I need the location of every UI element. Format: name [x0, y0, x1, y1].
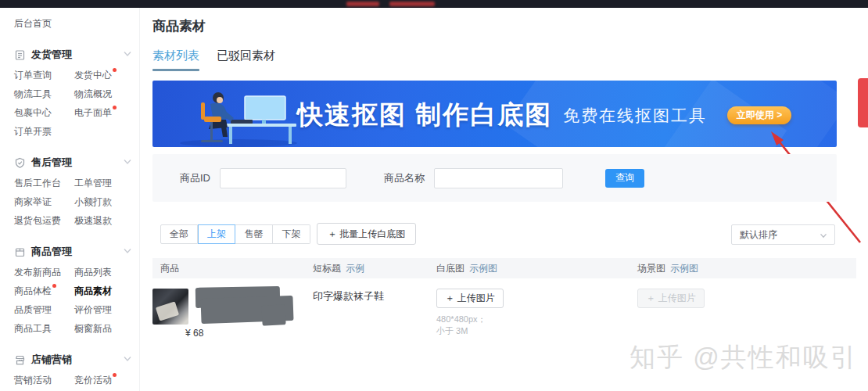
col-header-label: 商品	[160, 263, 179, 274]
product-name-label: 商品名称	[384, 171, 425, 185]
product-thumbnail[interactable]	[152, 289, 188, 325]
filter-sold-out[interactable]: 售罄	[235, 224, 273, 244]
chevron-down-icon[interactable]	[124, 159, 131, 165]
col-header-scene: 场景图示例图	[637, 258, 856, 278]
tab-bar: 素材列表 已驳回素材	[152, 48, 292, 71]
sidebar-item[interactable]: 订单查询	[14, 66, 74, 84]
filter-all[interactable]: 全部	[160, 224, 198, 244]
sort-dropdown[interactable]: 默认排序	[731, 224, 835, 245]
use-now-button[interactable]: 立即使用 >	[727, 106, 791, 124]
sidebar-item[interactable]: 电子面单	[74, 103, 135, 122]
promo-banner[interactable]: 快速抠图 制作白底图 免费在线抠图工具 立即使用 >	[152, 81, 837, 147]
sidebar-item[interactable]: 物流概况	[74, 84, 135, 103]
product-price: ¥ 68	[185, 328, 203, 339]
sidebar-section-title: 店铺营销	[31, 353, 72, 367]
clipped-red-text	[389, 2, 435, 6]
upload-hint-filesize: 小于 3M	[436, 325, 637, 337]
col-header-white-bg: 白底图示例图	[436, 258, 637, 278]
product-cell: ¥ 68	[152, 285, 313, 363]
col-header-label: 场景图	[637, 263, 665, 274]
sidebar-item[interactable]: 物流工具	[14, 84, 74, 103]
product-id-label: 商品ID	[180, 171, 210, 185]
sidebar-item[interactable]: 品质管理	[14, 300, 74, 319]
chevron-down-icon[interactable]	[124, 248, 131, 254]
sidebar-nav: 后台首页 发货管理 订单查询发货中心 物流工具物流概况 包裹中心电子面单 订单开…	[0, 8, 140, 391]
clipped-red-text	[346, 2, 379, 6]
query-button[interactable]: 查询	[605, 169, 644, 188]
sidebar-section-title: 商品管理	[31, 245, 72, 259]
upload-white-bg-button[interactable]: ＋ 上传图片	[436, 289, 504, 308]
sidebar-section-header[interactable]: 店铺营销	[14, 349, 131, 371]
search-panel: 商品ID 商品名称 查询	[152, 154, 837, 202]
sidebar-item[interactable]: 退货包运费	[14, 211, 74, 230]
example-image-link[interactable]: 示例图	[469, 263, 497, 274]
upload-hint-size: 480*480px；	[436, 314, 637, 325]
sidebar-item[interactable]: 营销活动	[14, 371, 74, 389]
notification-dot	[113, 106, 117, 109]
col-header-product: 商品	[152, 258, 313, 278]
upload-scene-button-disabled[interactable]: ＋ 上传图片	[637, 289, 705, 308]
tab-material-list[interactable]: 素材列表	[152, 48, 199, 71]
product-id-input[interactable]	[220, 168, 346, 188]
seller-admin-screen: 后台首页 发货管理 订单查询发货中心 物流工具物流概况 包裹中心电子面单 订单开…	[0, 0, 868, 391]
sidebar-item[interactable]: 商品体检	[14, 282, 74, 300]
sidebar-item[interactable]: 工单管理	[74, 174, 135, 192]
sort-selected-value: 默认排序	[740, 229, 777, 240]
table-header-row: 商品 短标题示例 白底图示例图 场景图示例图	[152, 258, 856, 278]
sidebar-item[interactable]: 极速退款	[74, 211, 135, 230]
sidebar-item[interactable]: 发布新商品	[14, 263, 74, 282]
tab-rejected-materials[interactable]: 已驳回素材	[217, 48, 275, 71]
sidebar-item[interactable]: 竞价活动	[74, 371, 135, 389]
white-bg-cell: ＋ 上传图片 480*480px； 小于 3M	[436, 285, 637, 363]
sidebar-item-home[interactable]: 后台首页	[14, 14, 139, 33]
notification-dot	[113, 373, 117, 377]
filter-off-shelf[interactable]: 下架	[273, 224, 310, 244]
chevron-down-icon[interactable]	[124, 356, 131, 362]
sidebar-item-label: 商品体检	[14, 285, 52, 296]
notification-dot	[113, 68, 117, 72]
box-icon	[14, 246, 26, 258]
sidebar-item[interactable]: 小额打款	[74, 192, 135, 211]
sidebar-item[interactable]: 售后工作台	[14, 174, 74, 192]
upload-hint: 480*480px； 小于 3M	[436, 314, 637, 337]
shop-icon	[14, 354, 26, 366]
sidebar-item[interactable]: 发货中心	[74, 66, 135, 84]
sidebar-section-header[interactable]: 商品管理	[14, 241, 131, 263]
sidebar-item-product-materials-active[interactable]: 商品素材	[74, 282, 135, 300]
sidebar-item[interactable]: 商品列表	[74, 263, 135, 282]
zhihu-watermark: 知乎 @共性和吸引	[629, 340, 858, 375]
example-link[interactable]: 示例	[346, 263, 364, 274]
sidebar-section-header[interactable]: 售后管理	[14, 152, 131, 174]
sidebar-section-header[interactable]: 发货管理	[14, 44, 131, 66]
sidebar-item[interactable]: 评价管理	[74, 300, 135, 319]
sidebar-item-label: 电子面单	[74, 107, 112, 118]
chevron-down-icon[interactable]	[124, 51, 131, 57]
filter-on-sale-active[interactable]: 上架	[198, 224, 235, 244]
sidebar-item[interactable]: 商品工具	[14, 319, 74, 338]
sidebar-section-aftersales: 售后管理 售后工作台工单管理 商家举证小额打款 退货包运费极速退款	[14, 152, 139, 230]
sidebar-item[interactable]: 商家举证	[14, 192, 74, 211]
sidebar-section-title: 售后管理	[31, 156, 72, 170]
sidebar-item-label: 竞价活动	[74, 375, 112, 386]
product-name-input[interactable]	[434, 168, 563, 188]
clipboard-icon	[14, 49, 26, 61]
short-title-cell: 印字爆款袜子鞋	[313, 285, 436, 363]
sidebar-section-products: 商品管理 发布新商品商品列表 商品体检商品素材 品质管理评价管理 商品工具橱窗新…	[14, 241, 139, 338]
sidebar-item-label: 发货中心	[74, 70, 112, 81]
short-title-text: 印字爆款袜子鞋	[313, 285, 436, 303]
banner-subline: 免费在线抠图工具	[563, 105, 707, 127]
sidebar-item[interactable]: 包裹中心	[14, 103, 74, 122]
banner-headline: 快速抠图 制作白底图	[297, 98, 552, 133]
col-header-label: 白底图	[436, 263, 464, 274]
chevron-down-icon	[820, 233, 827, 239]
sidebar-section-title: 发货管理	[31, 48, 72, 62]
red-edge-tag[interactable]	[858, 78, 868, 127]
page-title: 商品素材	[152, 17, 206, 35]
notification-dot	[52, 284, 56, 288]
sidebar-item[interactable]: 橱窗新品	[74, 319, 135, 338]
redaction-block	[261, 304, 285, 326]
sidebar-item[interactable]: 订单开票	[14, 122, 74, 141]
batch-upload-button[interactable]: ＋ 批量上传白底图	[317, 223, 416, 245]
example-image-link[interactable]: 示例图	[670, 263, 698, 274]
status-filter-group: 全部 上架 售罄 下架	[160, 224, 310, 244]
